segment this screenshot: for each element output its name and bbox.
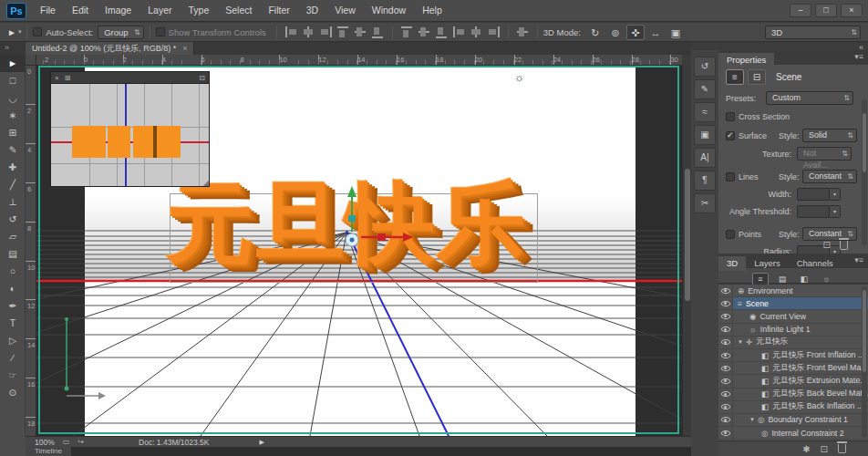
clone-source-panel-icon[interactable]: ▣	[694, 125, 716, 145]
menu-item-filter[interactable]: Filter	[260, 0, 297, 21]
brush-presets-panel-icon[interactable]: ≈	[694, 102, 716, 122]
canvas-vertical-scrollbar[interactable]	[682, 66, 691, 436]
close-tab-icon[interactable]: ×	[182, 44, 187, 53]
3d-tree-scrollbar[interactable]	[862, 286, 867, 438]
menu-item-help[interactable]: Help	[414, 0, 450, 21]
align-right-edges-icon[interactable]	[319, 26, 333, 38]
surface-checkbox[interactable]	[726, 131, 735, 140]
panel-menu-icon[interactable]: ▾≡	[854, 52, 863, 61]
secondary-view-window[interactable]: × ⊞ ⊡ ◢	[50, 71, 210, 187]
distribute-vertical-centers-icon[interactable]	[418, 26, 431, 38]
3d-row-back-inflation[interactable]: ◧元旦快乐 Back Inflation ...	[718, 401, 868, 414]
tool-presets-panel-icon[interactable]: ✂	[694, 193, 716, 213]
pan-3d-camera-icon[interactable]: ✜	[626, 25, 645, 40]
dodge-tool[interactable]: ◐	[0, 280, 26, 297]
gradient-tool[interactable]: ▤	[0, 245, 26, 263]
roll-3d-camera-icon[interactable]: ⊚	[606, 25, 625, 40]
workspace-dropdown[interactable]: 3D ⇅	[765, 26, 861, 39]
3d-row-infinite-light-1[interactable]: ☼Infinite Light 1	[718, 324, 868, 337]
presets-dropdown[interactable]: Custom ⇅	[766, 91, 853, 105]
expander-icon[interactable]: ▼	[738, 339, 743, 345]
maximize-button[interactable]: □	[815, 4, 837, 17]
menu-item-type[interactable]: Type	[180, 0, 217, 21]
3d-row-front-bevel-ma[interactable]: ◧元旦快乐 Front Bevel Ma...	[718, 362, 868, 375]
filter-lights-icon[interactable]: ☼	[818, 273, 834, 285]
visibility-toggle[interactable]	[718, 427, 733, 439]
visibility-toggle[interactable]	[718, 375, 733, 387]
visibility-toggle[interactable]	[718, 324, 733, 336]
magic-wand-tool[interactable]: ∗	[0, 107, 26, 124]
3d-row-environment[interactable]: ⊕Environment	[718, 285, 868, 297]
menu-item-3d[interactable]: 3D	[298, 0, 326, 21]
lasso-tool[interactable]: ◡	[0, 89, 26, 107]
visibility-toggle[interactable]	[718, 349, 733, 361]
paragraph-panel-icon[interactable]: ¶	[694, 171, 716, 191]
lines-checkbox[interactable]	[726, 172, 735, 181]
3d-row-scene[interactable]: ≡Scene	[718, 297, 868, 310]
menu-item-layer[interactable]: Layer	[140, 0, 180, 21]
filter-materials-icon[interactable]: ◧	[796, 273, 812, 285]
expander-icon[interactable]: ▼	[749, 417, 755, 422]
rotate-3d-camera-icon[interactable]: ↻	[586, 25, 604, 40]
render-icon[interactable]: ⊡	[823, 240, 831, 250]
infinite-light-icon[interactable]: ☼	[514, 71, 524, 84]
visibility-toggle[interactable]	[718, 362, 733, 374]
zoom-3d-camera-icon[interactable]: ▣	[666, 25, 685, 40]
panel-menu-icon[interactable]: ▾≡	[854, 255, 863, 264]
menu-item-select[interactable]: Select	[217, 0, 260, 21]
3d-row-item[interactable]: ▼✛元旦快乐	[718, 337, 868, 349]
canvas-viewport[interactable]: 元旦快乐 ☼ × ⊞ ⊡	[36, 66, 682, 436]
distribute-right-edges-icon[interactable]	[487, 26, 501, 38]
new-light-icon[interactable]: ✱	[802, 444, 810, 454]
points-style-dropdown[interactable]: Constant ⇅	[802, 227, 857, 241]
show-transform-checkbox[interactable]	[156, 27, 165, 36]
secondary-expand-icon[interactable]: ⊡	[199, 74, 205, 82]
tab-3d[interactable]: 3D	[718, 256, 746, 271]
menu-item-image[interactable]: Image	[97, 0, 140, 21]
scene-tree-icon[interactable]: ≡	[726, 69, 744, 85]
status-export-icon[interactable]: ↪	[78, 438, 84, 446]
visibility-toggle[interactable]	[718, 310, 733, 322]
secondary-swap-icon[interactable]: ⊞	[65, 74, 71, 82]
filter-whole-scene-icon[interactable]: ≡	[752, 273, 769, 285]
character-panel-icon[interactable]: A|	[694, 148, 716, 168]
distribute-left-edges-icon[interactable]	[452, 26, 466, 38]
3d-move-widget[interactable]	[326, 182, 427, 263]
marquee-tool[interactable]: □	[0, 72, 26, 89]
properties-scrollbar[interactable]	[862, 99, 867, 245]
cross-section-checkbox[interactable]	[726, 112, 735, 121]
align-horizontal-centers-icon[interactable]	[302, 26, 315, 38]
distribute-top-edges-icon[interactable]	[400, 26, 414, 38]
slide-3d-camera-icon[interactable]: ↔	[646, 25, 665, 40]
smudge-tool[interactable]: ○	[0, 263, 26, 280]
type-tool[interactable]: T	[0, 315, 26, 332]
status-detail-arrow-icon[interactable]: ▶	[260, 439, 264, 446]
document-tab[interactable]: Untitled-2 @ 100% (元旦快乐, RGB/8) * ×	[26, 42, 194, 55]
tab-overflow-icon[interactable]: »	[5, 43, 9, 52]
align-top-edges-icon[interactable]	[336, 26, 350, 38]
tab-layers[interactable]: Layers	[746, 256, 789, 271]
scrollbar-thumb[interactable]	[863, 113, 866, 172]
zoom-tool[interactable]: ⊙	[0, 384, 26, 401]
width-field[interactable]	[797, 188, 830, 201]
3d-row-current-view[interactable]: ◉Current View	[718, 310, 868, 323]
3d-row-internal-constraint-2[interactable]: ◎Internal Constraint 2	[718, 427, 868, 440]
new-mesh-icon[interactable]: ⊡	[821, 444, 828, 454]
distribute-bottom-edges-icon[interactable]	[435, 26, 449, 38]
pen-tool[interactable]: ✒	[0, 297, 26, 315]
visibility-toggle[interactable]	[718, 389, 733, 400]
cross-section-filter-icon[interactable]: ⊟	[748, 69, 766, 85]
horizontal-ruler[interactable]: 2024681012141618202224262830	[36, 55, 682, 66]
distribute-spacing-icon[interactable]	[516, 26, 530, 38]
visibility-toggle[interactable]	[718, 401, 733, 413]
menu-item-file[interactable]: File	[32, 0, 64, 21]
align-left-edges-icon[interactable]	[284, 26, 298, 38]
tab-channels[interactable]: Channels	[789, 256, 842, 271]
close-button[interactable]: ×	[841, 4, 863, 17]
visibility-toggle[interactable]	[718, 414, 733, 426]
resize-grip-icon[interactable]: ◢	[203, 179, 209, 186]
3d-row-back-bevel-mat[interactable]: ◧元旦快乐 Back Bevel Mat...	[718, 389, 868, 401]
scrollbar-thumb[interactable]	[685, 169, 690, 301]
clone-stamp-tool[interactable]: ⊥	[0, 193, 26, 211]
surface-style-dropdown[interactable]: Solid ⇅	[802, 129, 857, 142]
